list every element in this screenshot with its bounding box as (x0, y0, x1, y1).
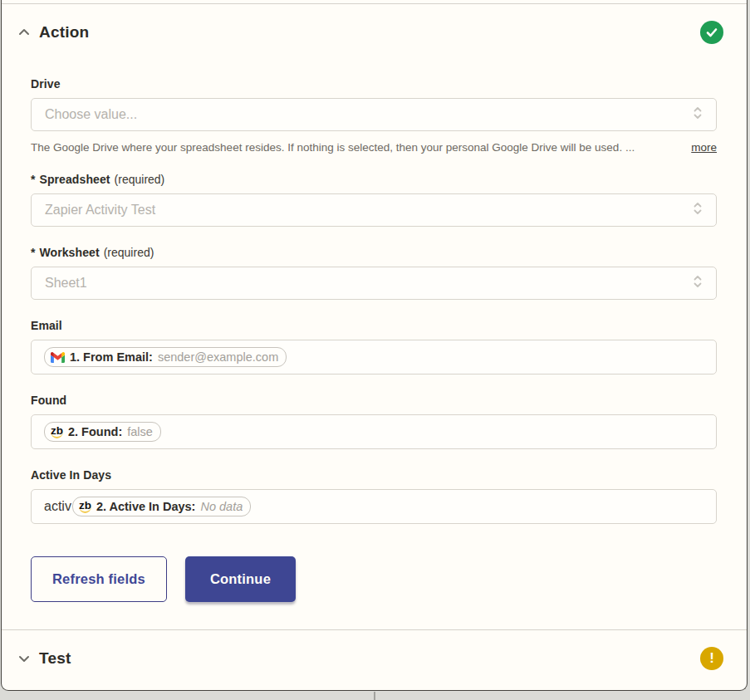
field-drive: Drive Choose value... The Google Drive w… (31, 77, 717, 154)
required-asterisk: * (31, 246, 35, 259)
chip-value: No data (200, 500, 243, 513)
active-in-days-mapped-field-chip[interactable]: zb 2. Active In Days: No data (72, 497, 251, 517)
field-found: Found zb 2. Found: false (31, 394, 717, 449)
found-input[interactable]: zb 2. Found: false (31, 414, 717, 449)
zapier-step-icon: zb (79, 500, 91, 514)
email-input[interactable]: 1. From Email: sender@example.com (31, 340, 717, 374)
continue-button[interactable]: Continue (185, 556, 296, 602)
gmail-icon (51, 352, 65, 363)
required-note: (required) (104, 246, 154, 259)
test-section-title: Test (39, 649, 71, 668)
test-warning-exclamation-icon: ! (700, 647, 723, 670)
chip-label: 2. Found: (68, 425, 122, 438)
spreadsheet-value: Zapier Activity Test (45, 203, 155, 218)
found-mapped-field-chip[interactable]: zb 2. Found: false (44, 422, 161, 443)
step-settings-panel: Action Drive Choose value... The Google … (1, 0, 748, 691)
email-label: Email (31, 319, 62, 332)
zapier-step-icon: zb (51, 425, 63, 439)
chevron-down-icon (17, 651, 32, 666)
typed-text: activ (44, 499, 71, 514)
field-email: Email 1. From Email: sender@example.com (31, 319, 717, 374)
unfold-chevrons-icon (693, 105, 703, 124)
field-worksheet: * Worksheet (required) Sheet1 (31, 246, 717, 300)
spreadsheet-select[interactable]: Zapier Activity Test (31, 193, 717, 227)
test-section-header[interactable]: Test ! (2, 630, 747, 685)
chip-label: 1. From Email: (70, 350, 153, 364)
spreadsheet-label: Spreadsheet (39, 173, 110, 186)
action-success-check-icon (700, 21, 723, 44)
required-asterisk: * (31, 173, 35, 186)
action-section-body: Drive Choose value... The Google Drive w… (2, 59, 747, 629)
active-in-days-input[interactable]: activ zb 2. Active In Days: No data (31, 489, 717, 524)
more-link[interactable]: more (691, 141, 717, 154)
action-section-title: Action (39, 23, 89, 42)
refresh-fields-button[interactable]: Refresh fields (31, 556, 167, 602)
drive-helper-text: The Google Drive where your spreadsheet … (31, 141, 679, 154)
unfold-chevrons-icon (693, 274, 703, 292)
action-section-header[interactable]: Action (2, 4, 747, 59)
required-note: (required) (115, 173, 165, 186)
email-mapped-field-chip[interactable]: 1. From Email: sender@example.com (44, 347, 287, 367)
unfold-chevrons-icon (693, 201, 703, 219)
drive-label: Drive (31, 77, 61, 91)
drive-placeholder: Choose value... (45, 107, 137, 122)
field-spreadsheet: * Spreadsheet (required) Zapier Activity… (31, 173, 717, 227)
chevron-up-icon (17, 25, 32, 40)
found-label: Found (31, 394, 66, 407)
drive-select[interactable]: Choose value... (31, 98, 717, 131)
chip-value: sender@example.com (158, 350, 278, 364)
step-connector-line (374, 692, 375, 700)
active-in-days-label: Active In Days (31, 468, 111, 482)
worksheet-label: Worksheet (39, 246, 99, 259)
action-buttons-row: Refresh fields Continue (31, 556, 717, 602)
worksheet-select[interactable]: Sheet1 (31, 267, 717, 300)
worksheet-value: Sheet1 (45, 276, 87, 291)
field-active-in-days: Active In Days activ zb 2. Active In Day… (31, 468, 717, 524)
chip-label: 2. Active In Days: (96, 500, 196, 513)
chip-value: false (127, 425, 153, 438)
